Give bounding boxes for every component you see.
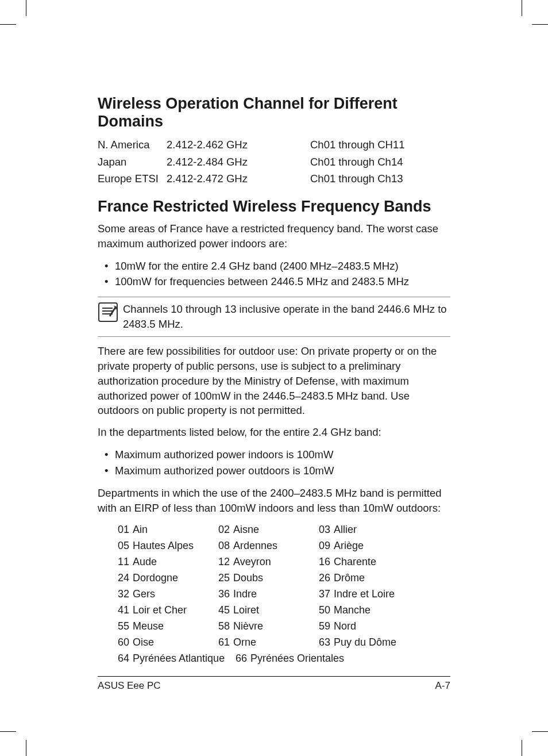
paragraph: Departments in which the use of the 2400… [98,486,450,516]
channel-cell: Ch01 through CH11 [310,136,450,153]
dept-num: 01 [118,522,129,538]
departments-table: 01Ain 02Aisne 03Allier 05Hautes Alpes 08… [118,522,450,666]
dept-num: 26 [319,570,330,586]
paragraph: In the departments listed below, for the… [98,425,450,440]
list-item: Maximum authorized power indoors is 100m… [98,447,450,463]
dept-num: 66 [236,651,247,667]
list-item: 10mW for the entire 2.4 GHz band (2400 M… [98,258,450,274]
dept-name: Allier [334,522,357,538]
table-row: 01Ain 02Aisne 03Allier [118,522,450,538]
dept-num: 05 [118,538,129,554]
channel-cell: Ch01 through Ch14 [310,153,450,171]
dept-name: Drôme [334,570,365,586]
list-item: 100mW for frequencies between 2446.5 MHz… [98,274,450,290]
table-row: Japan 2.412-2.484 GHz Ch01 through Ch14 [98,153,450,171]
freq-cell: 2.412-2.484 GHz [167,153,310,171]
dept-num: 02 [218,522,230,538]
dept-num: 63 [319,635,330,651]
channel-cell: Ch01 through Ch13 [310,170,450,187]
dept-name: Aveyron [233,554,271,570]
region-cell: Europe ETSI [98,170,167,187]
dept-name: Aisne [233,522,259,538]
heading-wireless-channels: Wireless Operation Channel for Different… [98,95,450,131]
dept-num: 03 [319,522,330,538]
channels-table: N. America 2.412-2.462 GHz Ch01 through … [98,136,450,187]
dept-name: Charente [334,554,376,570]
note-box: Channels 10 through 13 inclusive operate… [98,297,450,337]
region-cell: N. America [98,136,167,153]
dept-name: Oise [133,635,154,651]
svg-rect-0 [99,303,117,321]
list-item: Maximum authorized power outdoors is 10m… [98,463,450,479]
dept-num: 60 [118,635,129,651]
dept-name: Manche [334,603,371,619]
dept-name: Indre et Loire [334,586,395,603]
table-row: 64Pyrénées Atlantique 66Pyrénées Orienta… [118,651,450,667]
footer-product: ASUS Eee PC [98,680,161,692]
dept-num: 11 [118,554,129,570]
region-cell: Japan [98,153,167,171]
dept-num: 45 [218,603,230,619]
paragraph: Some areas of France have a restricted f… [98,221,450,251]
dept-name: Orne [233,635,256,651]
heading-france-bands: France Restricted Wireless Frequency Ban… [98,198,450,216]
freq-cell: 2.412-2.472 GHz [167,170,310,187]
dept-num: 08 [218,538,230,554]
dept-name: Doubs [233,570,263,586]
dept-num: 16 [319,554,330,570]
table-row: 24Dordogne 25Doubs 26Drôme [118,570,450,586]
table-row: N. America 2.412-2.462 GHz Ch01 through … [98,136,450,153]
dept-name: Indre [233,586,257,603]
dept-num: 36 [218,586,230,603]
dept-name: Gers [133,586,155,603]
page-content: Wireless Operation Channel for Different… [98,95,450,693]
dept-name: Nord [334,619,356,635]
dept-num: 09 [319,538,330,554]
bullet-list: Maximum authorized power indoors is 100m… [98,447,450,479]
dept-num: 55 [118,619,129,635]
dept-name: Ariège [334,538,364,554]
dept-num: 64 [118,651,129,667]
table-row: 05Hautes Alpes 08Ardennes 09Ariège [118,538,450,554]
dept-name: Pyrénées Orientales [250,651,344,667]
dept-name: Dordogne [133,570,178,586]
note-icon [98,302,118,323]
footer-page-number: A-7 [435,680,450,692]
note-text: Channels 10 through 13 inclusive operate… [123,302,450,332]
page-footer: ASUS Eee PC A-7 [98,676,450,692]
dept-num: 12 [218,554,230,570]
dept-name: Ardennes [233,538,277,554]
dept-num: 61 [218,635,230,651]
dept-num: 50 [319,603,330,619]
table-row: 11Aude 12Aveyron 16Charente [118,554,450,570]
dept-name: Pyrénées Atlantique [133,651,225,667]
dept-name: Nièvre [233,619,263,635]
dept-num: 58 [218,619,230,635]
dept-num: 25 [218,570,230,586]
dept-name: Meuse [133,619,164,635]
dept-name: Hautes Alpes [133,538,194,554]
dept-num: 41 [118,603,129,619]
table-row: Europe ETSI 2.412-2.472 GHz Ch01 through… [98,170,450,187]
dept-num: 24 [118,570,129,586]
dept-name: Loir et Cher [133,603,187,619]
table-row: 60Oise 61Orne 63Puy du Dôme [118,635,450,651]
table-row: 55Meuse 58Nièvre 59Nord [118,619,450,635]
table-row: 41Loir et Cher 45Loiret 50Manche [118,603,450,619]
dept-name: Puy du Dôme [334,635,396,651]
paragraph: There are few possibilities for outdoor … [98,344,450,418]
dept-num: 59 [319,619,330,635]
table-row: 32Gers 36Indre 37Indre et Loire [118,586,450,603]
dept-num: 37 [319,586,330,603]
bullet-list: 10mW for the entire 2.4 GHz band (2400 M… [98,258,450,290]
freq-cell: 2.412-2.462 GHz [167,136,310,153]
dept-name: Ain [133,522,148,538]
dept-name: Aude [133,554,157,570]
dept-name: Loiret [233,603,259,619]
dept-num: 32 [118,586,129,603]
